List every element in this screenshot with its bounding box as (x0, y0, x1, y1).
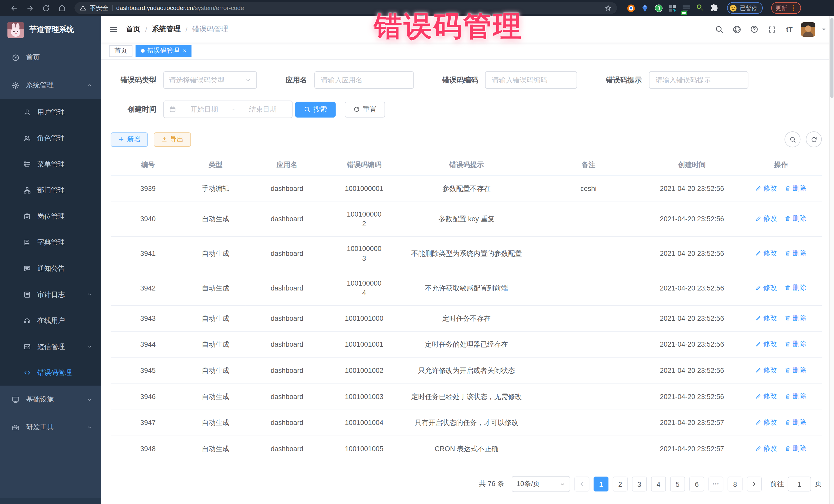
edit-link[interactable]: 修改 (755, 313, 777, 323)
app-logo[interactable]: 芋道管理系统 (0, 16, 101, 44)
tag-home[interactable]: 首页 (109, 45, 132, 57)
delete-link[interactable]: 删除 (785, 283, 806, 292)
paused-label: 已暂停 (740, 4, 757, 12)
sidebar-item-label: 系统管理 (26, 80, 54, 90)
sidebar-item-gear[interactable]: 系统管理 (0, 71, 101, 99)
goto-page-input[interactable] (788, 477, 811, 491)
delete-link[interactable]: 删除 (785, 366, 806, 375)
export-button[interactable]: 导出 (154, 132, 191, 147)
sidebar-item-label: 首页 (26, 52, 40, 62)
cell-code: 1001001002 (328, 358, 400, 384)
next-page-button[interactable] (747, 477, 762, 491)
sidebar-item-audit[interactable]: 审计日志 (0, 281, 101, 307)
user-avatar[interactable] (801, 22, 815, 37)
address-bar[interactable]: 不安全 dashboard.yudao.iocoder.cn/system/er… (74, 2, 617, 14)
headset-icon (23, 317, 31, 324)
extension-key-icon[interactable] (696, 3, 705, 12)
browser-reload-icon[interactable] (39, 2, 52, 14)
edit-link[interactable]: 修改 (755, 339, 777, 349)
page-size-select[interactable]: 10条/页 (512, 476, 570, 492)
sidebar-item-user[interactable]: 用户管理 (0, 99, 101, 125)
delete-link[interactable]: 删除 (785, 248, 806, 258)
help-icon[interactable] (748, 23, 760, 35)
browser-menu-icon[interactable]: ⋮ (790, 5, 797, 11)
extension-puzzle-icon[interactable] (709, 3, 719, 12)
sidebar-item-code[interactable]: 错误码管理 (0, 359, 101, 386)
sidebar-item-idbadge[interactable]: 岗位管理 (0, 203, 101, 229)
avatar-caret-icon[interactable] (821, 27, 827, 32)
breadcrumb-system[interactable]: 系统管理 (152, 24, 181, 34)
sidebar-collapse-strip[interactable] (0, 498, 101, 504)
extension-onetab-icon[interactable]: on (682, 3, 691, 12)
sidebar-item-bubble[interactable]: 通知公告 (0, 255, 101, 282)
system-submenu: 用户管理角色管理菜单管理部门管理岗位管理字典管理通知公告审计日志在线用户短信管理… (0, 99, 101, 386)
add-button[interactable]: 新增 (111, 132, 148, 147)
sidebar-item-toolbox[interactable]: 研发工具 (0, 413, 101, 441)
page-button-6[interactable]: 6 (689, 477, 704, 491)
tag-close-icon[interactable]: × (183, 48, 186, 54)
sidebar-item-book[interactable]: 字典管理 (0, 229, 101, 255)
edit-link[interactable]: 修改 (755, 283, 777, 292)
cell-msg: 只有开启状态的任务，才可以修改 (400, 410, 533, 436)
delete-link[interactable]: 删除 (785, 313, 806, 323)
font-size-icon[interactable]: tT (784, 23, 795, 35)
range-separator: - (232, 105, 235, 113)
browser-back-icon[interactable] (7, 2, 20, 14)
page-button-8[interactable]: 8 (727, 477, 742, 491)
extension-yuque-icon[interactable] (654, 3, 663, 12)
delete-link[interactable]: 删除 (785, 392, 806, 401)
prev-page-button[interactable] (575, 477, 589, 491)
page-button-1[interactable]: 1 (594, 477, 609, 491)
edit-link[interactable]: 修改 (755, 392, 777, 401)
hamburger-icon[interactable] (101, 16, 126, 43)
page-more-button[interactable]: ••• (708, 477, 723, 491)
delete-link[interactable]: 删除 (785, 214, 806, 223)
browser-home-icon[interactable] (56, 2, 68, 14)
breadcrumb-home[interactable]: 首页 (126, 24, 140, 34)
refresh-table-button[interactable] (806, 131, 822, 147)
delete-link[interactable]: 删除 (785, 183, 806, 193)
sidebar-item-sms[interactable]: 短信管理 (0, 334, 101, 360)
error-type-select[interactable]: 请选择错误码类型 (163, 71, 257, 89)
extension-gem-icon[interactable] (640, 3, 650, 12)
browser-update-button[interactable]: 更新 ⋮ (771, 2, 801, 14)
reset-button[interactable]: 重置 (345, 101, 385, 117)
edit-link[interactable]: 修改 (755, 214, 777, 223)
browser-scrollbar[interactable] (829, 16, 834, 504)
sidebar-item-infra[interactable]: 基础设施 (0, 386, 101, 413)
edit-link[interactable]: 修改 (755, 418, 777, 427)
extension-grid-icon[interactable] (668, 3, 677, 12)
scrollbar-thumb[interactable] (830, 18, 833, 98)
extension-target-icon[interactable] (627, 3, 636, 12)
error-msg-input[interactable] (649, 71, 748, 89)
page-button-5[interactable]: 5 (670, 477, 685, 491)
search-button[interactable]: 搜索 (295, 101, 336, 117)
page-button-2[interactable]: 2 (613, 477, 628, 491)
edit-link[interactable]: 修改 (755, 248, 777, 258)
search-icon[interactable] (713, 23, 725, 35)
date-range-picker[interactable]: 开始日期 - 结束日期 (163, 101, 292, 118)
delete-link[interactable]: 删除 (785, 418, 806, 427)
page-button-4[interactable]: 4 (651, 477, 666, 491)
sidebar-item-headset[interactable]: 在线用户 (0, 307, 101, 334)
cell-type: 自动生成 (185, 332, 246, 358)
edit-link[interactable]: 修改 (755, 444, 777, 453)
browser-forward-icon[interactable] (23, 2, 36, 14)
edit-link[interactable]: 修改 (755, 366, 777, 375)
bookmark-star-icon[interactable] (605, 5, 612, 12)
sidebar-item-users[interactable]: 角色管理 (0, 125, 101, 151)
edit-link[interactable]: 修改 (755, 183, 777, 193)
sidebar-item-tree[interactable]: 部门管理 (0, 177, 101, 203)
app-name-input[interactable] (314, 71, 414, 89)
error-code-input[interactable] (485, 71, 577, 89)
github-icon[interactable] (731, 23, 743, 35)
sidebar-item-menulist[interactable]: 菜单管理 (0, 151, 101, 177)
fullscreen-icon[interactable] (766, 23, 778, 35)
profile-paused-chip[interactable]: 已暂停 (727, 2, 763, 14)
sidebar-item-dashboard[interactable]: 首页 (0, 44, 101, 71)
page-button-3[interactable]: 3 (632, 477, 647, 491)
toggle-search-button[interactable] (785, 131, 800, 147)
tag-error-code[interactable]: 错误码管理 × (136, 45, 192, 57)
delete-link[interactable]: 删除 (785, 339, 806, 349)
delete-link[interactable]: 删除 (785, 444, 806, 453)
